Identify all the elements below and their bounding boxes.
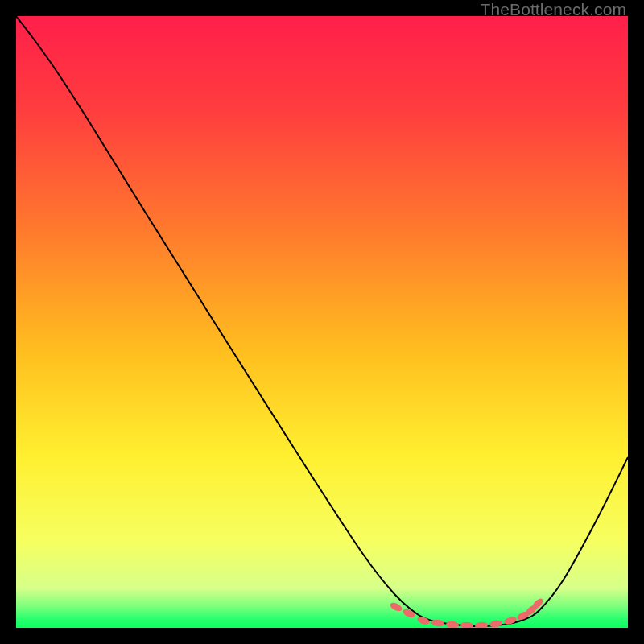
valley-dot bbox=[402, 608, 416, 620]
valley-dot bbox=[489, 620, 502, 628]
bottleneck-curve bbox=[16, 16, 628, 626]
chart-frame bbox=[16, 16, 628, 628]
valley-dot bbox=[446, 621, 460, 628]
valley-dots-group bbox=[389, 597, 545, 628]
valley-dot bbox=[475, 621, 488, 628]
chart-svg bbox=[16, 16, 628, 628]
valley-dot bbox=[460, 622, 473, 628]
valley-dot bbox=[389, 601, 403, 613]
valley-dot bbox=[431, 619, 444, 628]
